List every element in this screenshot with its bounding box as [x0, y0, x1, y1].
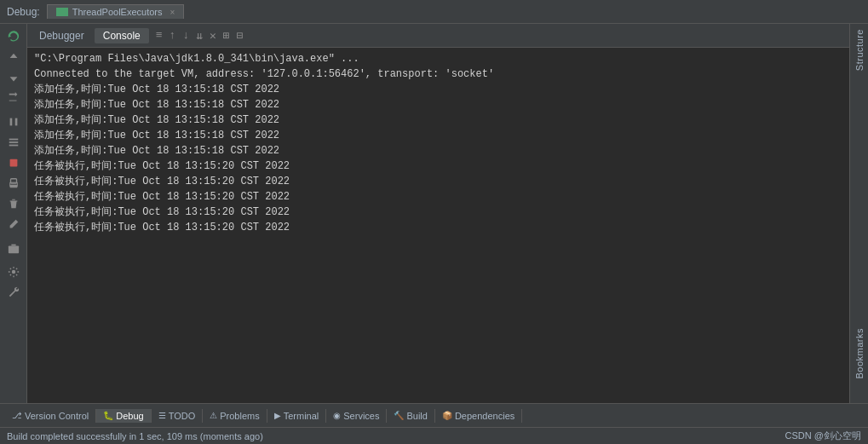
svg-rect-4: [9, 141, 18, 143]
console-log-line: 任务被执行,时间:Tue Oct 18 13:15:20 CST 2022: [34, 174, 842, 189]
dependencies-tab-icon: 📦: [442, 411, 452, 420]
console-log-line: 任务被执行,时间:Tue Oct 18 13:15:20 CST 2022: [34, 220, 842, 235]
stop-icon[interactable]: [3, 153, 25, 172]
step-over-icon[interactable]: [3, 89, 25, 107]
toolbar-lines-icon[interactable]: ≡: [154, 28, 164, 43]
bottom-tab-problems[interactable]: ⚠Problems: [203, 409, 267, 423]
svg-rect-6: [9, 159, 17, 167]
main-area: Debugger Console ≡ ↑ ↓ ⇊ ✕ ⊞ ⊟ "C:\Progr…: [0, 24, 868, 403]
bottom-tab-version-control[interactable]: ⎇Version Control: [5, 409, 96, 423]
tab-debugger[interactable]: Debugger: [31, 28, 93, 43]
version-control-tab-label: Version Control: [25, 411, 89, 421]
svg-point-10: [11, 247, 15, 251]
print-icon[interactable]: [3, 174, 25, 193]
camera-icon[interactable]: [3, 239, 25, 257]
dependencies-tab-label: Dependencies: [455, 411, 514, 421]
tab-console[interactable]: Console: [95, 28, 149, 43]
version-control-tab-icon: ⎇: [12, 411, 22, 420]
todo-tab-label: TODO: [169, 411, 196, 421]
console-log-line: 任务被执行,时间:Tue Oct 18 13:15:20 CST 2022: [34, 205, 842, 220]
debug-tab-icon: 🐛: [103, 411, 113, 420]
svg-rect-5: [9, 145, 18, 147]
toolbar-grid-icon[interactable]: ⊞: [221, 28, 232, 43]
close-tab-icon[interactable]: ×: [170, 8, 175, 17]
toolbar-step-icon[interactable]: ⇊: [194, 28, 204, 43]
problems-tab-label: Problems: [220, 411, 259, 421]
console-log-line: 添加任务,时间:Tue Oct 18 13:15:18 CST 2022: [34, 143, 842, 159]
debug-tab[interactable]: ThreadPoolExecutors ×: [47, 4, 185, 19]
settings-icon[interactable]: [3, 262, 25, 281]
bottom-tab-dependencies[interactable]: 📦Dependencies: [435, 409, 522, 423]
services-tab-icon: ◉: [333, 411, 341, 420]
bottom-tab-terminal[interactable]: ▶Terminal: [267, 409, 327, 423]
console-log-line: 任务被执行,时间:Tue Oct 18 13:15:20 CST 2022: [34, 189, 842, 205]
bookmarks-label[interactable]: Bookmarks: [854, 321, 865, 386]
pause-icon[interactable]: [3, 112, 25, 131]
debug-tab-title: ThreadPoolExecutors: [72, 7, 163, 17]
console-log-line: 任务被执行,时间:Tue Oct 18 13:15:20 CST 2022: [34, 159, 842, 174]
bottom-tabs-bar: ⎇Version Control🐛Debug☰TODO⚠Problems▶Ter…: [0, 403, 868, 427]
build-tab-icon: 🔨: [394, 411, 404, 420]
console-log-line: "C:\Program Files\Java\jdk1.8.0_341\bin\…: [34, 51, 842, 66]
right-sidebar: Structure Bookmarks: [849, 24, 868, 403]
console-output[interactable]: "C:\Program Files\Java\jdk1.8.0_341\bin\…: [27, 48, 849, 403]
debug-tab-label: Debug: [116, 411, 143, 421]
toolbar-x-icon[interactable]: ✕: [208, 28, 218, 43]
status-bar: Build completed successfully in 1 sec, 1…: [0, 427, 868, 444]
step-up-icon[interactable]: [3, 48, 25, 66]
tab-bar: Debugger Console ≡ ↑ ↓ ⇊ ✕ ⊞ ⊟: [27, 24, 849, 48]
svg-rect-2: [14, 118, 17, 126]
center-panel: Debugger Console ≡ ↑ ↓ ⇊ ✕ ⊞ ⊟ "C:\Progr…: [27, 24, 849, 403]
bottom-tab-debug[interactable]: 🐛Debug: [96, 409, 151, 423]
toolbar-icons: ≡ ↑ ↓ ⇊ ✕ ⊞ ⊟: [154, 28, 245, 43]
restart-icon[interactable]: [3, 27, 25, 46]
list-icon[interactable]: [3, 133, 25, 152]
delete-icon[interactable]: [3, 194, 25, 213]
left-sidebar: [0, 24, 27, 403]
debug-tab-icon: [56, 8, 68, 16]
edit-icon[interactable]: [3, 215, 25, 234]
debug-bar: Debug: ThreadPoolExecutors ×: [0, 0, 868, 24]
watermark: CSDN @剑心空明: [785, 430, 861, 442]
console-log-line: 添加任务,时间:Tue Oct 18 13:15:18 CST 2022: [34, 112, 842, 128]
problems-tab-icon: ⚠: [210, 411, 217, 420]
svg-rect-1: [9, 118, 12, 126]
console-log-line: 添加任务,时间:Tue Oct 18 13:15:18 CST 2022: [34, 97, 842, 112]
console-log-line: 添加任务,时间:Tue Oct 18 13:15:18 CST 2022: [34, 128, 842, 143]
services-tab-label: Services: [343, 411, 379, 421]
console-log-line: Connected to the target VM, address: '12…: [34, 66, 842, 82]
svg-point-11: [11, 270, 14, 274]
structure-label[interactable]: Structure: [854, 24, 865, 76]
console-log-line: 添加任务,时间:Tue Oct 18 13:15:18 CST 2022: [34, 82, 842, 97]
bottom-tab-build[interactable]: 🔨Build: [387, 409, 434, 423]
toolbar-down-icon[interactable]: ↓: [181, 28, 191, 43]
toolbar-up-icon[interactable]: ↑: [168, 28, 178, 43]
build-tab-label: Build: [406, 411, 427, 421]
step-down-icon[interactable]: [3, 68, 25, 87]
toolbar-split-icon[interactable]: ⊟: [235, 28, 245, 43]
svg-rect-3: [9, 139, 18, 141]
status-text: Build completed successfully in 1 sec, 1…: [7, 431, 263, 441]
terminal-tab-label: Terminal: [284, 411, 319, 421]
tools-icon[interactable]: [3, 283, 25, 302]
terminal-tab-icon: ▶: [274, 411, 281, 420]
bottom-tab-todo[interactable]: ☰TODO: [152, 409, 204, 423]
todo-tab-icon: ☰: [158, 411, 166, 420]
debug-label: Debug:: [7, 6, 40, 18]
bottom-tab-services[interactable]: ◉Services: [326, 409, 387, 423]
